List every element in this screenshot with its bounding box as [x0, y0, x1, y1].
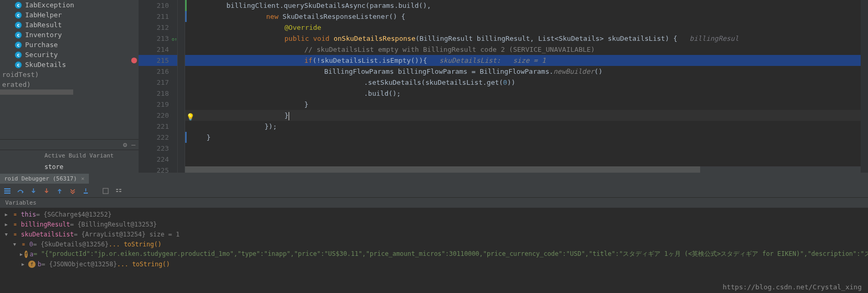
code-text: }: [207, 133, 211, 141]
line-number: 225: [139, 165, 177, 176]
tree-label: IabResult: [25, 21, 62, 29]
inline-hint: skuDetailsList:: [427, 57, 501, 64]
var-name: this: [21, 211, 36, 218]
build-variant-label: Active Build Variant: [44, 152, 113, 159]
trace-icon[interactable]: [113, 186, 124, 196]
code-text: (): [595, 67, 603, 75]
tree-folder-item[interactable]: erated): [0, 80, 139, 89]
step-over-icon[interactable]: [15, 186, 26, 196]
tree-folder-item[interactable]: roidTest): [0, 70, 139, 80]
expand-icon[interactable]: ▶: [20, 262, 26, 267]
expand-icon[interactable]: ▶: [3, 222, 9, 227]
run-to-cursor-icon[interactable]: [81, 186, 91, 196]
variables-header: Variables: [0, 198, 868, 208]
line-number: 222: [139, 132, 177, 143]
editor-scrollbar-h[interactable]: [185, 166, 868, 173]
var-row[interactable]: ▼ ≡ 0 = {SkuDetails@13256} ... toString(…: [0, 239, 868, 249]
var-value: = {JSONObject@13258}: [41, 261, 117, 268]
line-number: 223: [139, 143, 177, 154]
evaluate-icon[interactable]: [100, 186, 111, 196]
code-text: newBuilder: [553, 67, 594, 75]
collapse-icon[interactable]: ▼: [3, 232, 9, 237]
object-icon: f: [28, 261, 36, 268]
build-variant-value: store: [44, 163, 63, 171]
var-row[interactable]: ▶ ≡ this = {SGCharge$4@13252}: [0, 209, 868, 219]
var-value: = "{"productId":"jp.or.eiken.studygear.p…: [33, 250, 868, 258]
fold-gutter[interactable]: [178, 0, 185, 173]
close-icon[interactable]: ×: [81, 175, 85, 182]
var-name: a: [30, 251, 33, 258]
variables-tree[interactable]: ▶ ≡ this = {SGCharge$4@13252} ▶ ≡ billin…: [0, 208, 868, 270]
code-editor[interactable]: 210 211 212 213o↑ 214 215 216 217 218 21…: [139, 0, 868, 173]
line-number: 212: [139, 22, 177, 33]
drop-frame-icon[interactable]: [67, 186, 78, 196]
collapse-icon[interactable]: ▼: [12, 242, 18, 247]
class-icon: c: [15, 41, 22, 49]
var-row[interactable]: ▼ ≡ skuDetailsList = {ArrayList@13254} s…: [0, 229, 868, 239]
code-text: @Override: [284, 24, 321, 31]
svg-rect-6: [116, 191, 118, 192]
expand-icon[interactable]: ▶: [3, 212, 9, 217]
code-content[interactable]: billingClient.querySkuDetailsAsync(param…: [185, 0, 868, 173]
svg-rect-7: [119, 189, 121, 190]
step-into-icon[interactable]: [28, 186, 39, 196]
svg-rect-2: [4, 193, 10, 194]
force-step-into-icon[interactable]: [41, 186, 52, 196]
line-number: 221: [139, 121, 177, 132]
code-text: // skuDetailsList empty with BillingResu…: [304, 46, 595, 53]
code-text: });: [265, 122, 277, 130]
var-value: = {BillingResult@13253}: [70, 221, 157, 228]
folder-label: erated): [2, 81, 31, 88]
tree-class-item[interactable]: cInventory: [0, 30, 139, 40]
var-row[interactable]: ▶ ≡ billingResult = {BillingResult@13253…: [0, 219, 868, 229]
var-name: 0: [29, 241, 33, 248]
variables-label: Variables: [5, 199, 37, 206]
object-icon: f: [25, 251, 27, 258]
tree-class-item[interactable]: cPurchase: [0, 40, 139, 50]
debug-tab-label: roid Debugger (56317): [4, 175, 77, 182]
breakpoint-icon[interactable]: [131, 58, 137, 63]
var-row[interactable]: ▶ f b = {JSONObject@13258} ... toString(…: [0, 259, 868, 269]
project-tree[interactable]: cIabException cIabHelper cIabResult cInv…: [0, 0, 139, 89]
minimize-icon[interactable]: —: [131, 141, 135, 149]
var-row[interactable]: ▶ f a = "{"productId":"jp.or.eiken.study…: [0, 249, 868, 259]
build-variant-value-row[interactable]: store: [0, 161, 139, 173]
expand-icon[interactable]: ▶: [20, 252, 22, 257]
tree-class-item[interactable]: cSecurity: [0, 50, 139, 60]
debug-toolbar: [0, 184, 868, 198]
tree-class-item[interactable]: cIabHelper: [0, 10, 139, 20]
tree-class-item[interactable]: cIabResult: [0, 20, 139, 30]
debug-session-tab[interactable]: roid Debugger (56317) ×: [0, 174, 89, 184]
gear-icon[interactable]: ⚙: [123, 141, 127, 149]
tree-class-item[interactable]: cSkuDetails: [0, 60, 139, 70]
line-number: 213o↑: [139, 33, 177, 44]
field-icon: ≡: [12, 211, 19, 218]
code-text: .setSkuDetails(skuDetailsList.get(: [364, 78, 503, 86]
class-icon: c: [15, 12, 22, 19]
var-name: skuDetailsList: [21, 231, 74, 238]
sidebar-scrollbar[interactable]: [0, 89, 139, 95]
svg-rect-1: [4, 190, 10, 191]
code-text: onSkuDetailsResponse: [334, 35, 416, 42]
step-out-icon[interactable]: [54, 186, 65, 196]
tree-class-item[interactable]: cIabException: [0, 0, 139, 10]
tostring-link[interactable]: ... toString(): [117, 261, 170, 268]
tree-label: Inventory: [25, 31, 62, 39]
code-text: .build();: [364, 89, 401, 97]
line-number: 215: [139, 55, 177, 66]
tree-label: IabException: [25, 1, 74, 9]
inline-hint: billingResul: [677, 35, 738, 42]
show-frames-icon[interactable]: [2, 186, 13, 196]
line-number: 218: [139, 88, 177, 99]
build-variant-header: ⚙ —: [0, 139, 139, 150]
tostring-link[interactable]: ... toString(): [109, 241, 162, 248]
field-icon: ≡: [12, 231, 19, 238]
line-number: 211: [139, 11, 177, 22]
svg-rect-4: [103, 188, 108, 194]
editor-gutter[interactable]: 210 211 212 213o↑ 214 215 216 217 218 21…: [139, 0, 178, 173]
editor-overview-ruler[interactable]: [861, 0, 868, 173]
folder-label: roidTest): [2, 71, 39, 78]
debug-panel: roid Debugger (56317) × Variables ▶ ≡ th…: [0, 173, 868, 293]
override-icon[interactable]: o↑: [172, 34, 177, 45]
code-text: SkuDetailsResponseListener() {: [278, 13, 405, 20]
